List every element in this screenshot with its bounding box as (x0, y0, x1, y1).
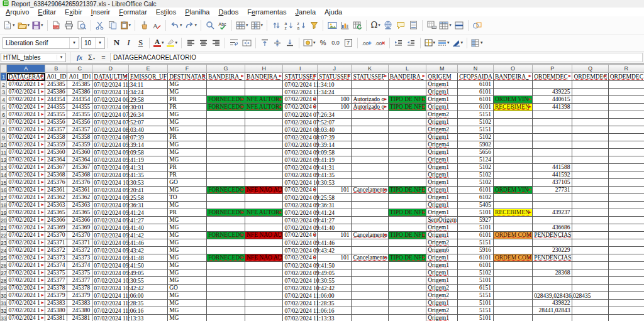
borders-button[interactable]: ▾ (423, 36, 437, 50)
cell-L30[interactable] (388, 292, 426, 300)
cell-B7[interactable]: 245356 (45, 119, 67, 126)
chevron-down-icon[interactable]: ▾ (313, 40, 316, 45)
cell-H28[interactable] (245, 277, 282, 285)
cell-F8[interactable]: MG (168, 126, 207, 134)
cell-C19[interactable]: 245365 (67, 209, 92, 217)
cell-L32[interactable] (388, 307, 426, 315)
cell-O12[interactable] (493, 156, 532, 164)
cell-D33[interactable]: 07/02/2024 11:13:33 (92, 315, 129, 321)
cell-P17[interactable] (533, 194, 572, 202)
cell-N17[interactable]: 6102 (458, 194, 494, 202)
chevron-down-icon[interactable]: ▾ (447, 40, 450, 45)
cell-F18[interactable]: MG (168, 202, 207, 209)
cell-C1[interactable]: A01_ID1 (67, 73, 92, 81)
cell-F24[interactable]: MG (168, 247, 207, 254)
cell-D16[interactable]: 07/02/2024 09:20:41 (92, 187, 129, 194)
cell-G8[interactable] (206, 126, 245, 134)
cell-A24[interactable]: 07/02/2024 1► (7, 247, 45, 254)
cell-R17[interactable] (608, 194, 644, 202)
cell-C12[interactable]: 245364 (67, 156, 92, 164)
cell-Q32[interactable] (572, 307, 608, 315)
open-button[interactable]: ▾ (16, 18, 31, 32)
cell-G1[interactable]: BANDEIRA_► (206, 73, 245, 81)
column-header-R[interactable]: R (608, 65, 644, 73)
cell-N29[interactable]: 6151 (458, 285, 494, 292)
cell-N1[interactable]: CFOPSAIDA (458, 73, 494, 81)
cell-O9[interactable] (493, 134, 532, 141)
cell-G23[interactable] (206, 239, 245, 247)
bold-button[interactable]: N (111, 36, 123, 50)
cell-Q19[interactable] (572, 209, 608, 217)
cell-N20[interactable]: 5927 (458, 217, 494, 224)
split-window-button[interactable] (453, 18, 465, 32)
cell-O33[interactable] (493, 315, 532, 321)
cell-D15[interactable]: 07/02/2024 10:30:53 (92, 179, 129, 187)
cell-G21[interactable] (206, 224, 245, 232)
cell-O13[interactable] (493, 164, 532, 171)
chevron-down-icon[interactable]: ▾ (129, 23, 131, 28)
column-header-A[interactable]: A (7, 65, 45, 73)
cell-C13[interactable]: 245367 (67, 164, 92, 171)
cell-K13[interactable] (352, 164, 388, 171)
border-style-button[interactable]: ▾ (436, 36, 451, 50)
cell-K31[interactable] (352, 300, 388, 307)
cell-R30[interactable] (608, 292, 644, 300)
cell-I10[interactable]: 07/02/2024 09:39:14 (283, 141, 317, 149)
cell-R9[interactable] (608, 134, 644, 141)
cell-R27[interactable] (608, 269, 644, 277)
find-replace-button[interactable] (204, 18, 216, 32)
cell-K27[interactable] (352, 269, 388, 277)
cell-Q24[interactable] (572, 247, 608, 254)
cell-I30[interactable]: 07/02/2024 11:06:00 (283, 292, 317, 300)
cell-A2[interactable]: 07/02/2024 1► (7, 81, 45, 89)
spelling-button[interactable]: Abc (216, 18, 229, 32)
cell-Q16[interactable] (572, 187, 608, 194)
cell-A16[interactable]: 07/02/2024 1► (7, 187, 45, 194)
cell-G7[interactable] (206, 119, 245, 126)
cell-F10[interactable]: MG (168, 141, 207, 149)
cell-C30[interactable]: 245379 (67, 292, 92, 300)
insert-comment-button[interactable] (394, 18, 407, 32)
chevron-down-icon[interactable]: ▾ (93, 57, 95, 60)
chevron-down-icon[interactable]: ▾ (69, 38, 79, 48)
cell-F23[interactable]: MG (168, 239, 207, 247)
cell-F3[interactable]: MG (168, 89, 207, 96)
cell-M9[interactable]: Origem1 (426, 134, 458, 141)
cell-K10[interactable] (352, 141, 388, 149)
cell-L8[interactable] (388, 126, 426, 134)
cell-P20[interactable] (533, 217, 572, 224)
cell-H32[interactable] (245, 307, 282, 315)
cell-L7[interactable] (388, 119, 426, 126)
cell-K19[interactable] (352, 209, 388, 217)
cell-P31[interactable]: 439822 (533, 300, 572, 307)
cell-B10[interactable]: 245359 (45, 141, 67, 149)
row-header-24[interactable]: 24 (1, 247, 7, 254)
function-wizard-button[interactable]: fx (74, 53, 85, 61)
delete-decimal-button[interactable]: .00 (374, 36, 387, 50)
cell-G5[interactable]: FORNECEDO► (206, 104, 245, 111)
cell-F20[interactable]: MG (168, 217, 207, 224)
sort-button[interactable] (270, 18, 282, 32)
cell-Q10[interactable] (572, 141, 608, 149)
cell-G25[interactable]: FORNECEDO► (206, 254, 245, 262)
cell-R2[interactable] (608, 81, 644, 89)
cell-K14[interactable] (352, 171, 388, 179)
cell-R7[interactable] (608, 119, 644, 126)
cell-G28[interactable] (206, 277, 245, 285)
cell-O18[interactable] (493, 202, 532, 209)
cell-K32[interactable] (352, 307, 388, 315)
cell-K16[interactable]: Cancelamento► (352, 187, 388, 194)
cell-J22[interactable]: 101 (317, 232, 351, 239)
chevron-down-icon[interactable]: ▾ (480, 40, 483, 45)
cell-F7[interactable]: MG (168, 119, 207, 126)
chevron-down-icon[interactable]: ▾ (41, 23, 43, 28)
row-header-15[interactable]: 15 (1, 179, 7, 187)
cell-L6[interactable] (388, 111, 426, 119)
cell-O19[interactable]: RECEBIMEN► (493, 209, 532, 217)
column-header-E[interactable]: E (129, 65, 168, 73)
cell-M16[interactable]: Origem1 (426, 187, 458, 194)
cell-B24[interactable]: 245372 (45, 247, 67, 254)
cell-P19[interactable]: 439237 (533, 209, 572, 217)
cell-H20[interactable] (245, 217, 282, 224)
cell-Q8[interactable] (572, 126, 608, 134)
